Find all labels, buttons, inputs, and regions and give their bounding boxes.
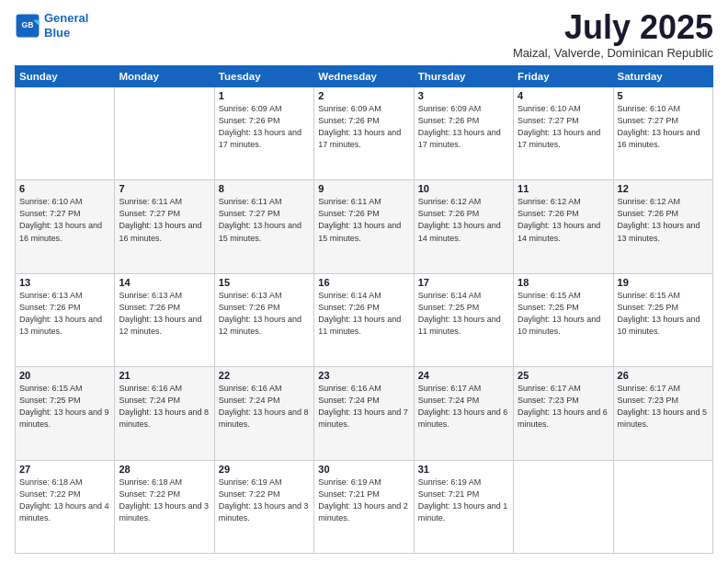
day-info: Sunrise: 6:16 AM Sunset: 7:24 PM Dayligh… [119,383,210,431]
day-number: 13 [19,277,110,288]
calendar-week-0: 1Sunrise: 6:09 AM Sunset: 7:26 PM Daylig… [16,87,713,180]
day-info: Sunrise: 6:19 AM Sunset: 7:21 PM Dayligh… [418,477,509,524]
subtitle: Maizal, Valverde, Dominican Republic [513,46,713,60]
calendar-header-tuesday: Tuesday [214,66,313,87]
day-number: 30 [318,464,409,475]
day-number: 7 [119,183,210,194]
day-number: 3 [418,90,509,101]
day-number: 9 [318,183,409,194]
day-number: 21 [119,370,210,381]
day-number: 17 [418,277,509,288]
day-info: Sunrise: 6:09 AM Sunset: 7:26 PM Dayligh… [318,103,409,151]
day-number: 23 [318,370,409,381]
calendar-cell: 4Sunrise: 6:10 AM Sunset: 7:27 PM Daylig… [514,87,613,180]
day-number: 19 [618,277,709,288]
calendar-cell: 16Sunrise: 6:14 AM Sunset: 7:26 PM Dayli… [314,273,414,366]
day-number: 15 [219,277,310,288]
calendar-cell: 17Sunrise: 6:14 AM Sunset: 7:25 PM Dayli… [414,273,513,366]
calendar-cell: 11Sunrise: 6:12 AM Sunset: 7:26 PM Dayli… [514,180,613,273]
page: GB General Blue July 2025 Maizal, Valver… [0,0,728,563]
calendar-cell: 12Sunrise: 6:12 AM Sunset: 7:26 PM Dayli… [613,180,712,273]
logo-line1: General [44,11,88,25]
calendar: SundayMondayTuesdayWednesdayThursdayFrid… [15,65,713,554]
day-number: 24 [418,370,509,381]
day-number: 2 [318,90,409,101]
calendar-cell: 31Sunrise: 6:19 AM Sunset: 7:21 PM Dayli… [414,460,513,553]
day-info: Sunrise: 6:09 AM Sunset: 7:26 PM Dayligh… [418,103,509,151]
calendar-cell: 14Sunrise: 6:13 AM Sunset: 7:26 PM Dayli… [115,273,214,366]
day-number: 1 [219,90,310,101]
day-info: Sunrise: 6:12 AM Sunset: 7:26 PM Dayligh… [418,196,509,244]
calendar-cell [115,87,214,180]
calendar-cell: 26Sunrise: 6:17 AM Sunset: 7:23 PM Dayli… [613,367,712,460]
day-info: Sunrise: 6:12 AM Sunset: 7:26 PM Dayligh… [518,196,609,244]
calendar-cell: 29Sunrise: 6:19 AM Sunset: 7:22 PM Dayli… [214,460,313,553]
day-info: Sunrise: 6:17 AM Sunset: 7:23 PM Dayligh… [618,383,709,431]
header: GB General Blue July 2025 Maizal, Valver… [15,11,713,60]
day-info: Sunrise: 6:15 AM Sunset: 7:25 PM Dayligh… [518,290,609,338]
calendar-cell [16,87,115,180]
calendar-cell [514,460,613,553]
calendar-cell [613,460,712,553]
day-number: 11 [518,183,609,194]
calendar-cell: 9Sunrise: 6:11 AM Sunset: 7:26 PM Daylig… [314,180,414,273]
calendar-header-saturday: Saturday [613,66,712,87]
calendar-cell: 25Sunrise: 6:17 AM Sunset: 7:23 PM Dayli… [514,367,613,460]
day-info: Sunrise: 6:14 AM Sunset: 7:25 PM Dayligh… [418,290,509,338]
day-info: Sunrise: 6:13 AM Sunset: 7:26 PM Dayligh… [219,290,310,338]
day-info: Sunrise: 6:11 AM Sunset: 7:27 PM Dayligh… [119,196,210,244]
calendar-cell: 19Sunrise: 6:15 AM Sunset: 7:25 PM Dayli… [613,273,712,366]
day-number: 6 [19,183,110,194]
calendar-cell: 2Sunrise: 6:09 AM Sunset: 7:26 PM Daylig… [314,87,414,180]
day-info: Sunrise: 6:10 AM Sunset: 7:27 PM Dayligh… [618,103,709,151]
calendar-cell: 21Sunrise: 6:16 AM Sunset: 7:24 PM Dayli… [115,367,214,460]
day-info: Sunrise: 6:09 AM Sunset: 7:26 PM Dayligh… [219,103,310,151]
day-info: Sunrise: 6:16 AM Sunset: 7:24 PM Dayligh… [318,383,409,431]
day-info: Sunrise: 6:15 AM Sunset: 7:25 PM Dayligh… [19,383,110,431]
day-info: Sunrise: 6:17 AM Sunset: 7:24 PM Dayligh… [418,383,509,431]
calendar-cell: 22Sunrise: 6:16 AM Sunset: 7:24 PM Dayli… [214,367,313,460]
day-info: Sunrise: 6:13 AM Sunset: 7:26 PM Dayligh… [19,290,110,338]
logo-text: General Blue [44,11,88,40]
title-block: July 2025 Maizal, Valverde, Dominican Re… [513,11,713,60]
day-info: Sunrise: 6:18 AM Sunset: 7:22 PM Dayligh… [119,477,210,524]
calendar-week-4: 27Sunrise: 6:18 AM Sunset: 7:22 PM Dayli… [16,460,713,553]
calendar-cell: 7Sunrise: 6:11 AM Sunset: 7:27 PM Daylig… [115,180,214,273]
calendar-cell: 13Sunrise: 6:13 AM Sunset: 7:26 PM Dayli… [16,273,115,366]
calendar-week-2: 13Sunrise: 6:13 AM Sunset: 7:26 PM Dayli… [16,273,713,366]
month-title: July 2025 [513,11,713,44]
day-number: 12 [618,183,709,194]
day-info: Sunrise: 6:19 AM Sunset: 7:21 PM Dayligh… [318,477,409,524]
day-number: 28 [119,464,210,475]
calendar-cell: 28Sunrise: 6:18 AM Sunset: 7:22 PM Dayli… [115,460,214,553]
logo-line2: Blue [44,26,70,40]
calendar-cell: 24Sunrise: 6:17 AM Sunset: 7:24 PM Dayli… [414,367,513,460]
day-number: 31 [418,464,509,475]
calendar-header-wednesday: Wednesday [314,66,414,87]
day-info: Sunrise: 6:17 AM Sunset: 7:23 PM Dayligh… [518,383,609,431]
day-number: 25 [518,370,609,381]
day-info: Sunrise: 6:10 AM Sunset: 7:27 PM Dayligh… [518,103,609,151]
day-info: Sunrise: 6:15 AM Sunset: 7:25 PM Dayligh… [618,290,709,338]
calendar-header-sunday: Sunday [16,66,115,87]
calendar-header-row: SundayMondayTuesdayWednesdayThursdayFrid… [16,66,713,87]
logo-icon: GB [15,13,40,39]
calendar-cell: 3Sunrise: 6:09 AM Sunset: 7:26 PM Daylig… [414,87,513,180]
day-number: 8 [219,183,310,194]
day-info: Sunrise: 6:12 AM Sunset: 7:26 PM Dayligh… [618,196,709,244]
day-info: Sunrise: 6:16 AM Sunset: 7:24 PM Dayligh… [219,383,310,431]
calendar-cell: 5Sunrise: 6:10 AM Sunset: 7:27 PM Daylig… [613,87,712,180]
logo: GB General Blue [15,11,88,40]
day-info: Sunrise: 6:11 AM Sunset: 7:26 PM Dayligh… [318,196,409,244]
calendar-header-friday: Friday [514,66,613,87]
day-number: 10 [418,183,509,194]
calendar-cell: 15Sunrise: 6:13 AM Sunset: 7:26 PM Dayli… [214,273,313,366]
calendar-header-thursday: Thursday [414,66,513,87]
calendar-week-1: 6Sunrise: 6:10 AM Sunset: 7:27 PM Daylig… [16,180,713,273]
day-number: 5 [618,90,709,101]
calendar-cell: 27Sunrise: 6:18 AM Sunset: 7:22 PM Dayli… [16,460,115,553]
day-number: 29 [219,464,310,475]
day-info: Sunrise: 6:19 AM Sunset: 7:22 PM Dayligh… [219,477,310,524]
day-number: 4 [518,90,609,101]
calendar-cell: 1Sunrise: 6:09 AM Sunset: 7:26 PM Daylig… [214,87,313,180]
